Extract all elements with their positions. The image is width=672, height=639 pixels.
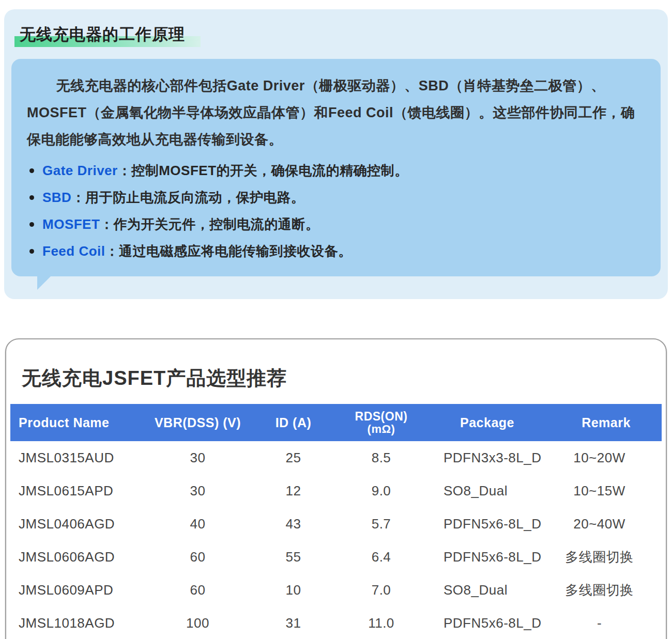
cell-vbr: 30 xyxy=(147,474,248,507)
hero-section: 无线充电器的工作原理 无线充电器的核心部件包括Gate Driver（栅极驱动器… xyxy=(4,9,668,299)
cell-product-name: JMSL0315AUD xyxy=(10,441,147,474)
cell-id: 25 xyxy=(248,441,339,474)
cell-product-name: JMSL0615APD xyxy=(10,474,147,507)
cell-rds: 7.0 xyxy=(339,573,424,606)
cell-id: 10 xyxy=(248,573,339,606)
cell-package: SO8_Dual xyxy=(424,474,551,507)
column-header-package: Package xyxy=(424,404,551,441)
bullet-desc: ：作为开关元件，控制电流的通断。 xyxy=(100,216,319,232)
component-bullet-list: Gate Driver：控制MOSFET的开关，确保电流的精确控制。 SBD：用… xyxy=(27,162,645,260)
column-header-remark: Remark xyxy=(551,404,662,441)
bullet-term: Feed Coil xyxy=(42,243,105,259)
cell-rds: 11.0 xyxy=(339,606,424,639)
cell-id: 12 xyxy=(248,474,339,507)
cell-package: PDFN5x6-8L_D xyxy=(424,606,551,639)
cell-rds: 8.5 xyxy=(339,441,424,474)
cell-id: 31 xyxy=(248,606,339,639)
bullet-dot-icon xyxy=(29,222,34,227)
list-item: MOSFET：作为开关元件，控制电流的通断。 xyxy=(27,215,645,233)
cell-remark: 20~40W xyxy=(551,507,662,540)
cell-remark: 10~15W xyxy=(551,474,662,507)
bullet-term: MOSFET xyxy=(42,216,100,232)
cell-vbr: 40 xyxy=(147,507,248,540)
list-item: SBD：用于防止电流反向流动，保护电路。 xyxy=(27,189,645,207)
intro-bubble: 无线充电器的核心部件包括Gate Driver（栅极驱动器）、SBD（肖特基势垒… xyxy=(11,59,661,276)
bullet-dot-icon xyxy=(29,168,34,173)
rds-label: RDS(ON) xyxy=(339,410,424,423)
intro-paragraph: 无线充电器的核心部件包括Gate Driver（栅极驱动器）、SBD（肖特基势垒… xyxy=(27,72,645,153)
bullet-desc: ：用于防止电流反向流动，保护电路。 xyxy=(71,190,304,205)
list-item: Feed Coil：通过电磁感应将电能传输到接收设备。 xyxy=(27,242,645,260)
cell-remark: 多线圈切换 xyxy=(551,540,662,573)
cell-vbr: 60 xyxy=(147,573,248,606)
cell-id: 55 xyxy=(248,540,339,573)
table-row: JMSL0615APD 30 12 9.0 SO8_Dual 10~15W xyxy=(10,474,662,507)
page-title-text: 无线充电器的工作原理 xyxy=(20,25,185,43)
column-header-id: ID (A) xyxy=(248,404,339,441)
card-title: 无线充电JSFET产品选型推荐 xyxy=(22,365,662,392)
table-row: JMSL0606AGD 60 55 6.4 PDFN5x6-8L_D 多线圈切换 xyxy=(10,540,662,573)
cell-product-name: JMSL1018AGD xyxy=(10,606,147,639)
bullet-dot-icon xyxy=(29,195,34,200)
cell-remark: - xyxy=(551,606,662,639)
cell-vbr: 60 xyxy=(147,540,248,573)
column-header-vbr: VBR(DSS) (V) xyxy=(147,404,248,441)
page-title: 无线充电器的工作原理 xyxy=(20,24,185,45)
bubble-tail xyxy=(37,276,51,290)
cell-package: PDFN3x3-8L_D xyxy=(424,441,551,474)
cell-product-name: JMSL0406AGD xyxy=(10,507,147,540)
cell-rds: 5.7 xyxy=(339,507,424,540)
rds-unit-label: (mΩ) xyxy=(339,423,424,435)
cell-rds: 6.4 xyxy=(339,540,424,573)
list-item: Gate Driver：控制MOSFET的开关，确保电流的精确控制。 xyxy=(27,162,645,180)
cell-vbr: 100 xyxy=(147,606,248,639)
cell-package: SO8_Dual xyxy=(424,573,551,606)
bullet-desc: ：控制MOSFET的开关，确保电流的精确控制。 xyxy=(118,163,408,178)
bullet-term: Gate Driver xyxy=(42,163,118,178)
product-selection-card: 无线充电JSFET产品选型推荐 Product Name VBR(DSS) (V… xyxy=(5,338,667,639)
cell-remark: 10~20W xyxy=(551,441,662,474)
cell-product-name: JMSL0609APD xyxy=(10,573,147,606)
product-table-body: JMSL0315AUD 30 25 8.5 PDFN3x3-8L_D 10~20… xyxy=(10,441,662,639)
product-table: Product Name VBR(DSS) (V) ID (A) RDS(ON)… xyxy=(10,404,662,639)
bullet-dot-icon xyxy=(29,249,34,254)
bullet-desc: ：通过电磁感应将电能传输到接收设备。 xyxy=(105,243,352,259)
table-row: JMSL0609APD 60 10 7.0 SO8_Dual 多线圈切换 xyxy=(10,573,662,606)
cell-id: 43 xyxy=(248,507,339,540)
column-header-rds: RDS(ON) (mΩ) xyxy=(339,404,424,441)
cell-rds: 9.0 xyxy=(339,474,424,507)
table-row: JMSL1018AGD 100 31 11.0 PDFN5x6-8L_D - xyxy=(10,606,662,639)
cell-remark: 多线圈切换 xyxy=(551,573,662,606)
table-header-row: Product Name VBR(DSS) (V) ID (A) RDS(ON)… xyxy=(10,404,662,441)
column-header-product-name: Product Name xyxy=(10,404,147,441)
cell-product-name: JMSL0606AGD xyxy=(10,540,147,573)
table-row: JMSL0315AUD 30 25 8.5 PDFN3x3-8L_D 10~20… xyxy=(10,441,662,474)
cell-package: PDFN5x6-8L_D xyxy=(424,540,551,573)
cell-package: PDFN5x6-8L_D xyxy=(424,507,551,540)
bullet-term: SBD xyxy=(42,190,71,205)
cell-vbr: 30 xyxy=(147,441,248,474)
table-row: JMSL0406AGD 40 43 5.7 PDFN5x6-8L_D 20~40… xyxy=(10,507,662,540)
